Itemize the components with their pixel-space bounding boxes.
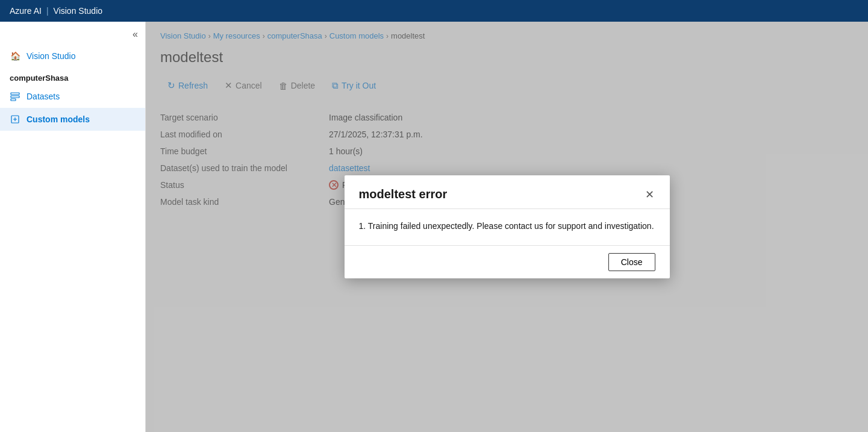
sidebar-item-datasets[interactable]: Datasets <box>0 85 145 108</box>
modal-close-button[interactable]: ✕ <box>644 188 655 201</box>
modal-header: modeltest error ✕ <box>345 175 670 209</box>
sidebar-item-custom-models[interactable]: Custom models <box>0 108 145 131</box>
home-icon: 🏠 <box>10 51 20 61</box>
sidebar-label-datasets: Datasets <box>27 92 60 101</box>
main-content: Vision Studio › My resources › computerS… <box>146 22 868 432</box>
modal-footer: Close <box>345 245 670 278</box>
sidebar-collapse: « <box>0 27 145 45</box>
svg-rect-2 <box>11 99 16 101</box>
svg-rect-1 <box>11 96 19 98</box>
datasets-icon <box>10 91 20 102</box>
product-label: Vision Studio <box>54 6 102 16</box>
collapse-button[interactable]: « <box>133 29 138 40</box>
topbar-separator: | <box>46 6 49 16</box>
modal-overlay: modeltest error ✕ 1. Training failed une… <box>146 22 868 432</box>
modal-body: 1. Training failed unexpectedly. Please … <box>345 209 670 245</box>
custom-models-icon <box>10 114 20 125</box>
sidebar-label-custom-models: Custom models <box>27 114 90 124</box>
sidebar: « 🏠 Vision Studio computerShasa Datasets <box>0 22 146 432</box>
modal-title: modeltest error <box>359 187 448 201</box>
close-button[interactable]: Close <box>608 253 655 271</box>
brand-label: Azure AI <box>10 6 42 16</box>
topbar: Azure AI | Vision Studio <box>0 0 868 22</box>
sidebar-item-vision-studio[interactable]: 🏠 Vision Studio <box>0 45 145 67</box>
sidebar-section-computershasa: computerShasa <box>0 67 145 85</box>
app-layout: « 🏠 Vision Studio computerShasa Datasets <box>0 22 868 432</box>
modal-dialog: modeltest error ✕ 1. Training failed une… <box>345 175 670 278</box>
modal-message: 1. Training failed unexpectedly. Please … <box>359 221 654 231</box>
sidebar-label-vision-studio: Vision Studio <box>27 51 75 61</box>
svg-rect-0 <box>11 93 19 95</box>
